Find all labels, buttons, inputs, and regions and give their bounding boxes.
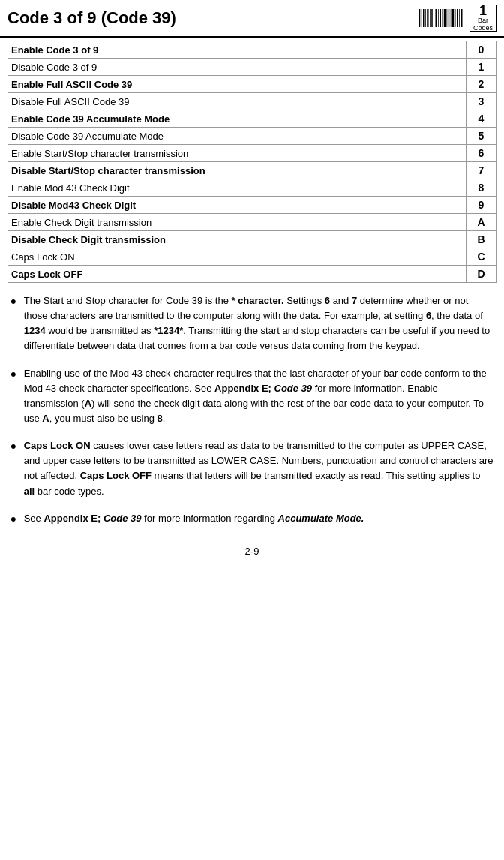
svg-rect-2 — [423, 9, 424, 27]
svg-rect-3 — [425, 9, 426, 27]
table-row-label: Enable Code 39 Accumulate Mode — [8, 110, 466, 128]
table-row-label: Disable Code 3 of 9 — [8, 59, 466, 76]
bullet-item: •Enabling use of the Mod 43 check charac… — [10, 366, 494, 427]
svg-rect-0 — [418, 9, 420, 27]
table-row-code: B — [466, 231, 496, 248]
bullet-text-span: The Start and Stop character for Code 39… — [24, 295, 232, 306]
svg-rect-9 — [438, 9, 439, 27]
bullet-dot: • — [10, 290, 16, 314]
svg-rect-20 — [460, 9, 462, 27]
bullet-text: The Start and Stop character for Code 39… — [24, 293, 494, 354]
bullet-text-span: A — [42, 413, 49, 424]
page-title: Code 3 of 9 (Code 39) — [8, 8, 176, 28]
bullet-text-span: See — [24, 513, 44, 524]
page-number: 2-9 — [8, 546, 496, 557]
bullet-text-span: all — [24, 486, 34, 497]
svg-rect-7 — [434, 9, 434, 27]
bullet-text-span: Caps Lock ON — [24, 440, 91, 451]
bullet-text-span: . — [163, 413, 166, 424]
table-row-code: C — [466, 248, 496, 266]
bullet-text-span: , the data of — [431, 310, 483, 321]
bullet-text-span: Code 39 — [274, 383, 313, 394]
table-row-code: 0 — [466, 41, 496, 59]
table-row-code: 3 — [466, 93, 496, 110]
table-row-label: Enable Mod 43 Check Digit — [8, 179, 466, 197]
svg-rect-16 — [452, 9, 454, 27]
table-row-label: Enable Full ASCII Code 39 — [8, 76, 466, 93]
svg-rect-15 — [451, 9, 452, 27]
bullet-dot: • — [10, 435, 16, 459]
badge-number: 1 — [479, 4, 487, 17]
badge-label-codes: Codes — [473, 25, 493, 32]
bullet-dot: • — [10, 363, 16, 386]
bullet-text: Caps Lock ON causes lower case letters r… — [24, 438, 494, 499]
badge-box: 1 Bar Codes — [470, 5, 496, 32]
table-row-code: D — [466, 266, 496, 283]
svg-rect-8 — [436, 9, 437, 27]
svg-rect-12 — [444, 9, 446, 27]
bullet-text-span: and — [330, 295, 352, 306]
table-row-label: Caps Lock OFF — [8, 266, 466, 283]
bullet-section: •The Start and Stop character for Code 3… — [8, 293, 496, 531]
page-header: Code 3 of 9 (Code 39) — [0, 0, 504, 38]
svg-rect-19 — [459, 9, 460, 27]
table-row-label: Disable Start/Stop character transmissio… — [8, 162, 466, 179]
bullet-text-span: *1234* — [154, 325, 183, 336]
table-row-label: Enable Code 3 of 9 — [8, 41, 466, 59]
bullet-text-span: * character. — [231, 295, 284, 306]
svg-rect-17 — [455, 9, 456, 27]
table-row-label: Disable Mod43 Check Digit — [8, 197, 466, 214]
table-row-code: 7 — [466, 162, 496, 179]
bullet-text-span: 8 — [157, 413, 162, 424]
svg-rect-4 — [427, 9, 428, 27]
table-row-label: Disable Check Digit transmission — [8, 231, 466, 248]
table-row-code: 4 — [466, 110, 496, 128]
table-row-code: 6 — [466, 145, 496, 162]
table-row-label: Disable Code 39 Accumulate Mode — [8, 128, 466, 145]
bullet-text-span: 1234 — [24, 325, 46, 336]
bullet-item: •The Start and Stop character for Code 3… — [10, 293, 494, 354]
bullet-text: See Appendix E; Code 39 for more informa… — [24, 511, 364, 526]
svg-rect-10 — [440, 9, 442, 27]
barcode-icon — [418, 7, 464, 29]
bullet-text-span: Settings — [284, 295, 325, 306]
bullet-text-span: bar code types. — [34, 486, 104, 497]
bullet-text-span: A — [85, 398, 92, 409]
bullet-text-span: Appendix E; — [214, 383, 274, 394]
svg-rect-5 — [430, 9, 430, 27]
svg-rect-6 — [431, 9, 433, 27]
table-row-code: 1 — [466, 59, 496, 76]
header-icons: 1 Bar Codes — [418, 5, 496, 32]
bullet-text-span: means that letters will be transmitted e… — [152, 470, 480, 481]
settings-table: Enable Code 3 of 90Disable Code 3 of 91E… — [8, 41, 496, 283]
svg-rect-11 — [442, 9, 443, 27]
svg-rect-13 — [447, 9, 448, 27]
bullet-text-span: Appendix E; — [44, 513, 103, 524]
bullet-item: •See Appendix E; Code 39 for more inform… — [10, 511, 494, 531]
table-row-label: Enable Check Digit transmission — [8, 214, 466, 231]
table-row-label: Disable Full ASCII Code 39 — [8, 93, 466, 110]
bullet-text-span: would be transmitted as — [46, 325, 154, 336]
main-content: Enable Code 3 of 90Disable Code 3 of 91E… — [0, 41, 504, 564]
bullet-text-span: Caps Lock OFF — [80, 470, 152, 481]
svg-rect-1 — [422, 9, 422, 27]
table-row-code: 2 — [466, 76, 496, 93]
svg-rect-18 — [457, 9, 458, 27]
bullet-text-span: Accumulate Mode. — [278, 513, 364, 524]
bullet-dot: • — [10, 508, 16, 531]
svg-rect-14 — [448, 9, 450, 27]
table-row-code: 5 — [466, 128, 496, 145]
table-row-code: 9 — [466, 197, 496, 214]
bullet-text: Enabling use of the Mod 43 check charact… — [24, 366, 494, 427]
table-row-label: Caps Lock ON — [8, 248, 466, 266]
table-row-code: 8 — [466, 179, 496, 197]
table-row-label: Enable Start/Stop character transmission — [8, 145, 466, 162]
bullet-text-span: , you must also be using — [50, 413, 158, 424]
bullet-item: •Caps Lock ON causes lower case letters … — [10, 438, 494, 499]
bullet-text-span: 6 — [325, 295, 330, 306]
bullet-text-span: for more information regarding — [141, 513, 278, 524]
bullet-text-span: Code 39 — [104, 513, 142, 524]
table-row-code: A — [466, 214, 496, 231]
